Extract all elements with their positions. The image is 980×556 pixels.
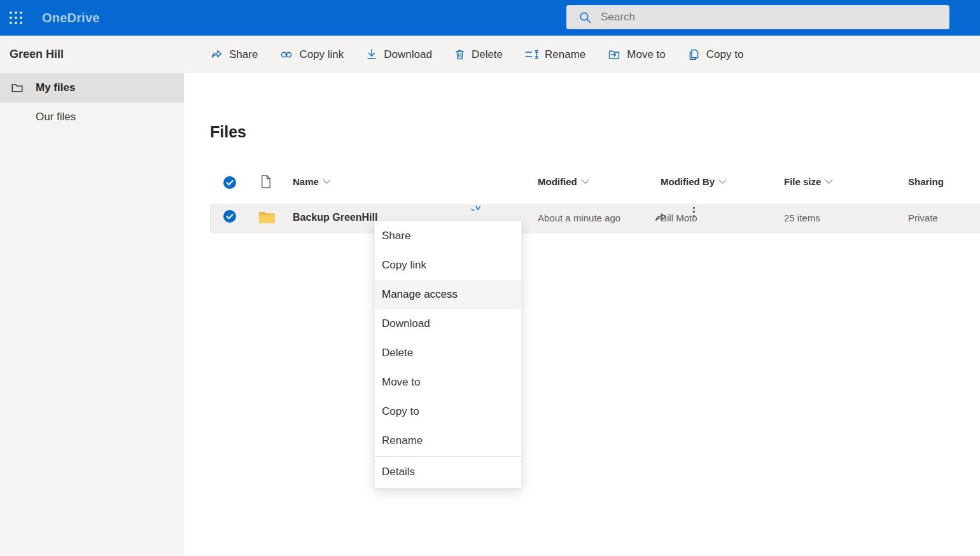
folder-icon xyxy=(258,211,276,227)
menu-item-delete[interactable]: Delete xyxy=(375,338,521,368)
move-to-icon xyxy=(607,48,621,61)
page-title: Files xyxy=(210,123,246,141)
menu-item-copy-link[interactable]: Copy link xyxy=(375,251,521,280)
share-button-label: Share xyxy=(229,48,258,61)
download-button[interactable]: Download xyxy=(365,48,432,61)
column-header-name[interactable]: Name xyxy=(293,176,331,187)
trash-icon xyxy=(454,48,466,61)
menu-item-label: Rename xyxy=(382,434,423,447)
link-icon xyxy=(279,48,293,62)
share-icon xyxy=(210,48,223,61)
column-header-file-size[interactable]: File size xyxy=(784,176,833,187)
chevron-down-icon xyxy=(718,179,727,184)
copy-to-icon xyxy=(687,48,701,61)
menu-item-details[interactable]: Details xyxy=(375,457,521,487)
column-header-modified-by[interactable]: Modified By xyxy=(661,176,727,187)
menu-item-share[interactable]: Share xyxy=(375,221,521,251)
select-all-checkbox[interactable] xyxy=(223,176,237,190)
menu-item-label: Copy link xyxy=(382,259,426,272)
command-band: Green Hill Share Copy link Download xyxy=(0,36,980,73)
file-name[interactable]: Backup GreenHill xyxy=(293,212,377,223)
move-to-button[interactable]: Move to xyxy=(607,48,665,61)
app-title[interactable]: OneDrive xyxy=(42,11,100,25)
menu-item-label: Share xyxy=(382,230,410,242)
move-to-button-label: Move to xyxy=(627,48,665,61)
onedrive-app: OneDrive Green Hill Share xyxy=(0,0,980,556)
column-header-modified[interactable]: Modified xyxy=(538,176,589,187)
chevron-down-icon xyxy=(581,179,589,184)
search-icon xyxy=(578,11,592,24)
table-row[interactable]: Backup GreenHill ⋮ About a minute ago Bi… xyxy=(210,204,980,233)
top-app-bar: OneDrive xyxy=(0,0,980,36)
rename-button-label: Rename xyxy=(545,48,585,61)
check-circle-icon xyxy=(223,209,237,223)
menu-separator xyxy=(375,456,521,457)
menu-item-label: Download xyxy=(382,317,430,330)
menu-item-rename[interactable]: Rename xyxy=(375,426,521,455)
menu-item-download[interactable]: Download xyxy=(375,309,521,338)
waffle-icon xyxy=(8,10,24,25)
file-type-column-icon[interactable] xyxy=(259,174,272,191)
copy-link-button-label: Copy link xyxy=(299,48,344,61)
copy-to-button[interactable]: Copy to xyxy=(687,48,744,61)
menu-item-label: Copy to xyxy=(382,405,419,418)
item-context-menu: Share Copy link Manage access Download D… xyxy=(374,221,522,489)
sidebar-item-my-files[interactable]: My files xyxy=(0,73,184,102)
menu-item-manage-access[interactable]: Manage access xyxy=(375,280,521,309)
column-header-label: Sharing xyxy=(908,176,944,187)
search-box[interactable] xyxy=(566,5,949,29)
menu-item-move-to[interactable]: Move to xyxy=(375,368,521,397)
document-icon xyxy=(259,174,272,189)
check-circle-icon xyxy=(223,176,237,190)
menu-item-label: Manage access xyxy=(382,288,458,301)
delete-button[interactable]: Delete xyxy=(454,48,503,61)
delete-button-label: Delete xyxy=(472,48,503,61)
menu-item-label: Details xyxy=(382,466,415,478)
column-header-label: File size xyxy=(784,176,821,187)
share-button[interactable]: Share xyxy=(210,48,258,61)
cell-modified: About a minute ago xyxy=(538,212,620,223)
download-button-label: Download xyxy=(384,48,432,61)
cell-modified-by: Bill Moto xyxy=(661,212,697,223)
sidebar-nav: My files Our files xyxy=(0,73,184,556)
sidebar-item-label: My files xyxy=(36,81,75,94)
rename-button[interactable]: Rename xyxy=(524,48,585,61)
folder-outline-icon xyxy=(10,81,27,95)
download-icon xyxy=(365,48,378,61)
file-table-header: Name Modified Modified By File size Shar… xyxy=(184,167,980,198)
chevron-down-icon xyxy=(825,179,833,184)
column-header-label: Modified By xyxy=(661,176,715,187)
site-name: Green Hill xyxy=(0,48,184,61)
app-launcher-button[interactable] xyxy=(0,0,32,36)
menu-item-label: Delete xyxy=(382,347,413,359)
search-input[interactable] xyxy=(601,11,932,24)
cell-sharing: Private xyxy=(908,212,938,223)
file-list-pane: Files Name Modified xyxy=(184,73,980,556)
column-header-sharing[interactable]: Sharing xyxy=(908,176,944,187)
column-header-label: Name xyxy=(293,176,319,187)
menu-item-label: Move to xyxy=(382,376,420,389)
row-checkbox[interactable] xyxy=(223,209,237,223)
column-header-label: Modified xyxy=(538,176,577,187)
sidebar-item-our-files[interactable]: Our files xyxy=(0,102,184,132)
chevron-down-icon xyxy=(323,179,331,184)
cell-file-size: 25 items xyxy=(784,212,820,223)
command-toolbar: Share Copy link Download Delete xyxy=(184,48,743,62)
menu-item-copy-to[interactable]: Copy to xyxy=(375,397,521,426)
rename-icon xyxy=(524,48,539,61)
copy-link-button[interactable]: Copy link xyxy=(279,48,344,62)
click-indicator-icon xyxy=(470,205,482,218)
copy-to-button-label: Copy to xyxy=(706,48,744,61)
sidebar-item-label: Our files xyxy=(36,111,76,123)
